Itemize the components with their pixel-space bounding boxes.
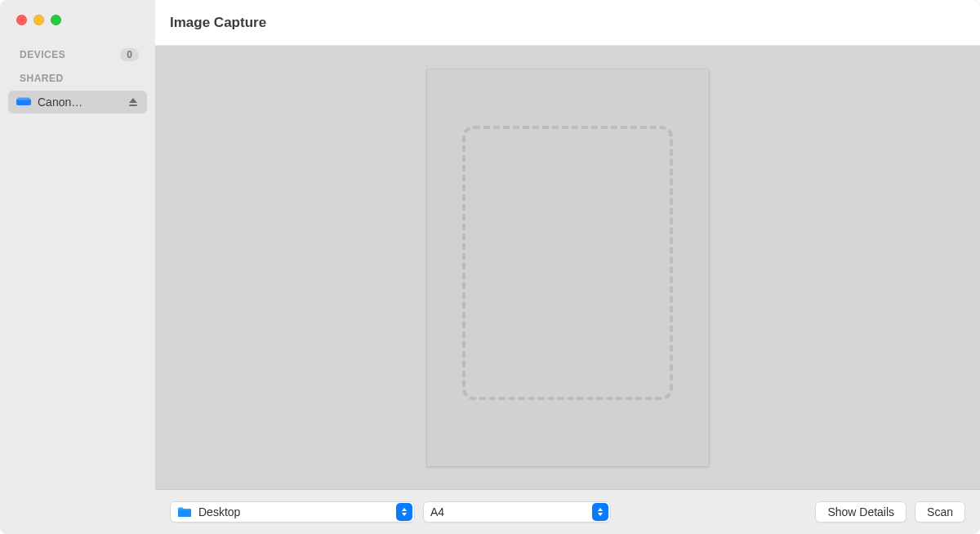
selection-rectangle[interactable] [462,126,673,400]
devices-label: DEVICES [20,49,65,60]
eject-icon[interactable] [127,96,139,108]
sidebar-item-label: Canon… [38,96,121,109]
chevron-updown-icon [396,503,412,521]
svg-rect-1 [18,98,30,100]
minimize-button[interactable] [33,15,44,25]
scan-button[interactable]: Scan [915,501,965,523]
page-preview[interactable] [427,69,709,466]
sidebar-section-shared: SHARED [0,65,155,87]
window-controls [0,8,155,40]
scan-preview-area[interactable] [155,46,980,490]
bottom-toolbar: Desktop A4 Show Details Scan [155,490,980,534]
page-size-value: A4 [424,505,592,518]
close-button[interactable] [16,15,27,25]
sidebar-item-scanner[interactable]: Canon… [8,91,147,113]
titlebar: Image Capture [155,0,980,46]
scanner-icon [16,97,31,107]
chevron-updown-icon [592,503,608,521]
page-size-select[interactable]: A4 [423,501,611,523]
show-details-button[interactable]: Show Details [815,501,906,523]
destination-select[interactable]: Desktop [170,501,415,523]
shared-label: SHARED [20,73,64,84]
destination-value: Desktop [192,505,396,518]
fullscreen-button[interactable] [51,15,61,25]
folder-icon [177,506,192,518]
devices-count-badge: 0 [120,48,139,61]
app-title: Image Capture [170,15,266,31]
svg-rect-2 [129,105,137,106]
sidebar-section-devices: DEVICES 0 [0,40,155,65]
main-content: Image Capture Desktop A4 [155,0,980,534]
app-window: DEVICES 0 SHARED Canon… Image Capture [0,0,980,534]
sidebar: DEVICES 0 SHARED Canon… [0,0,155,534]
